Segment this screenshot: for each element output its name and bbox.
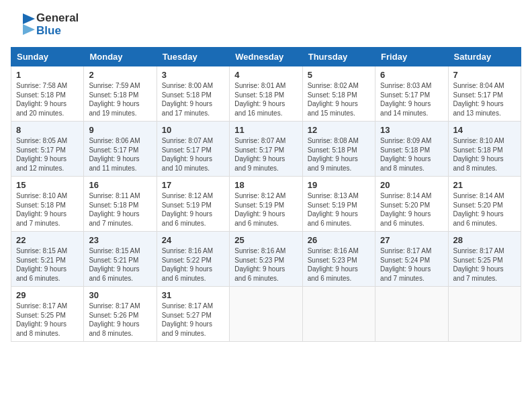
day-number: 5 [308, 70, 370, 80]
day-number: 30 [89, 290, 151, 300]
calendar-day-cell: 12Sunrise: 8:08 AMSunset: 5:18 PMDayligh… [302, 122, 375, 177]
day-info: Sunrise: 8:05 AMSunset: 5:17 PMDaylight:… [16, 136, 79, 173]
calendar-table: SundayMondayTuesdayWednesdayThursdayFrid… [11, 47, 521, 342]
day-number: 3 [162, 70, 224, 80]
calendar-day-cell: 10Sunrise: 8:07 AMSunset: 5:17 PMDayligh… [157, 122, 229, 177]
calendar-day-cell: 25Sunrise: 8:16 AMSunset: 5:23 PMDayligh… [230, 232, 302, 287]
weekday-header-tuesday: Tuesday [157, 48, 229, 66]
calendar-day-cell: 2Sunrise: 7:59 AMSunset: 5:18 PMDaylight… [84, 66, 157, 122]
calendar-day-cell: 28Sunrise: 8:17 AMSunset: 5:25 PMDayligh… [448, 232, 521, 287]
day-info: Sunrise: 8:12 AMSunset: 5:19 PMDaylight:… [162, 191, 224, 228]
calendar-day-cell [230, 287, 302, 342]
calendar-day-cell: 23Sunrise: 8:15 AMSunset: 5:21 PMDayligh… [84, 232, 157, 287]
day-number: 21 [453, 180, 516, 190]
day-info: Sunrise: 8:04 AMSunset: 5:17 PMDaylight:… [453, 81, 516, 118]
logo-general: General [36, 12, 79, 25]
day-info: Sunrise: 8:08 AMSunset: 5:18 PMDaylight:… [308, 136, 370, 173]
day-number: 9 [89, 125, 151, 135]
calendar-day-cell: 20Sunrise: 8:14 AMSunset: 5:20 PMDayligh… [375, 177, 448, 232]
calendar-day-cell: 27Sunrise: 8:17 AMSunset: 5:24 PMDayligh… [375, 232, 448, 287]
day-info: Sunrise: 8:02 AMSunset: 5:18 PMDaylight:… [308, 81, 370, 118]
calendar-week-row: 1Sunrise: 7:58 AMSunset: 5:18 PMDaylight… [11, 66, 521, 122]
calendar-day-cell: 22Sunrise: 8:15 AMSunset: 5:21 PMDayligh… [11, 232, 84, 287]
day-info: Sunrise: 8:06 AMSunset: 5:17 PMDaylight:… [89, 136, 151, 173]
calendar-day-cell: 1Sunrise: 7:58 AMSunset: 5:18 PMDaylight… [11, 66, 84, 122]
header: General Blue [11, 11, 521, 42]
day-number: 28 [453, 235, 516, 245]
calendar-week-row: 8Sunrise: 8:05 AMSunset: 5:17 PMDaylight… [11, 122, 521, 177]
svg-marker-1 [23, 24, 35, 35]
logo-wrap: General Blue [11, 11, 79, 39]
calendar-day-cell: 30Sunrise: 8:17 AMSunset: 5:26 PMDayligh… [84, 287, 157, 342]
weekday-header-monday: Monday [84, 48, 157, 66]
day-number: 19 [308, 180, 370, 190]
day-info: Sunrise: 8:00 AMSunset: 5:18 PMDaylight:… [162, 81, 224, 118]
day-number: 1 [16, 70, 79, 80]
day-number: 24 [162, 235, 224, 245]
calendar-day-cell: 17Sunrise: 8:12 AMSunset: 5:19 PMDayligh… [157, 177, 229, 232]
day-info: Sunrise: 8:16 AMSunset: 5:22 PMDaylight:… [162, 246, 224, 283]
logo-text: General Blue [36, 12, 79, 37]
weekday-header-sunday: Sunday [11, 48, 84, 66]
day-number: 20 [380, 180, 443, 190]
weekday-header-friday: Friday [375, 48, 448, 66]
day-info: Sunrise: 8:15 AMSunset: 5:21 PMDaylight:… [89, 246, 151, 283]
calendar-day-cell: 29Sunrise: 8:17 AMSunset: 5:25 PMDayligh… [11, 287, 84, 342]
calendar-day-cell: 8Sunrise: 8:05 AMSunset: 5:17 PMDaylight… [11, 122, 84, 177]
day-number: 31 [162, 290, 224, 300]
day-number: 25 [234, 235, 297, 245]
day-info: Sunrise: 8:17 AMSunset: 5:26 PMDaylight:… [89, 302, 151, 338]
calendar-day-cell: 9Sunrise: 8:06 AMSunset: 5:17 PMDaylight… [84, 122, 157, 177]
day-number: 13 [380, 125, 443, 135]
day-info: Sunrise: 8:07 AMSunset: 5:17 PMDaylight:… [234, 136, 297, 173]
calendar-day-cell: 16Sunrise: 8:11 AMSunset: 5:18 PMDayligh… [84, 177, 157, 232]
logo-flag-icon [11, 11, 36, 39]
calendar-day-cell: 3Sunrise: 8:00 AMSunset: 5:18 PMDaylight… [157, 66, 229, 122]
calendar-day-cell: 24Sunrise: 8:16 AMSunset: 5:22 PMDayligh… [157, 232, 229, 287]
calendar-day-cell [448, 287, 521, 342]
day-info: Sunrise: 8:12 AMSunset: 5:19 PMDaylight:… [234, 191, 297, 228]
day-info: Sunrise: 8:10 AMSunset: 5:18 PMDaylight:… [16, 191, 79, 228]
calendar-day-cell: 19Sunrise: 8:13 AMSunset: 5:19 PMDayligh… [302, 177, 375, 232]
day-number: 10 [162, 125, 224, 135]
calendar-day-cell: 18Sunrise: 8:12 AMSunset: 5:19 PMDayligh… [230, 177, 302, 232]
day-info: Sunrise: 8:14 AMSunset: 5:20 PMDaylight:… [380, 191, 443, 228]
day-info: Sunrise: 8:16 AMSunset: 5:23 PMDaylight:… [308, 246, 370, 283]
day-info: Sunrise: 8:17 AMSunset: 5:25 PMDaylight:… [453, 246, 516, 283]
day-info: Sunrise: 8:10 AMSunset: 5:18 PMDaylight:… [453, 136, 516, 173]
calendar-week-row: 15Sunrise: 8:10 AMSunset: 5:18 PMDayligh… [11, 177, 521, 232]
calendar-day-cell: 5Sunrise: 8:02 AMSunset: 5:18 PMDaylight… [302, 66, 375, 122]
day-info: Sunrise: 7:59 AMSunset: 5:18 PMDaylight:… [89, 81, 151, 118]
calendar-week-row: 22Sunrise: 8:15 AMSunset: 5:21 PMDayligh… [11, 232, 521, 287]
day-number: 22 [16, 235, 79, 245]
day-info: Sunrise: 8:14 AMSunset: 5:20 PMDaylight:… [453, 191, 516, 228]
day-number: 2 [89, 70, 151, 80]
calendar-day-cell: 7Sunrise: 8:04 AMSunset: 5:17 PMDaylight… [448, 66, 521, 122]
calendar-day-cell: 21Sunrise: 8:14 AMSunset: 5:20 PMDayligh… [448, 177, 521, 232]
calendar-day-cell: 13Sunrise: 8:09 AMSunset: 5:18 PMDayligh… [375, 122, 448, 177]
svg-marker-0 [23, 13, 35, 24]
day-info: Sunrise: 8:13 AMSunset: 5:19 PMDaylight:… [308, 191, 370, 228]
day-number: 17 [162, 180, 224, 190]
day-info: Sunrise: 8:11 AMSunset: 5:18 PMDaylight:… [89, 191, 151, 228]
weekday-header-thursday: Thursday [302, 48, 375, 66]
day-info: Sunrise: 8:17 AMSunset: 5:25 PMDaylight:… [16, 302, 79, 338]
calendar-day-cell: 14Sunrise: 8:10 AMSunset: 5:18 PMDayligh… [448, 122, 521, 177]
day-number: 18 [234, 180, 297, 190]
day-number: 27 [380, 235, 443, 245]
calendar-day-cell: 4Sunrise: 8:01 AMSunset: 5:18 PMDaylight… [230, 66, 302, 122]
weekday-header-wednesday: Wednesday [230, 48, 302, 66]
calendar-day-cell: 6Sunrise: 8:03 AMSunset: 5:17 PMDaylight… [375, 66, 448, 122]
calendar-day-cell: 26Sunrise: 8:16 AMSunset: 5:23 PMDayligh… [302, 232, 375, 287]
day-number: 14 [453, 125, 516, 135]
calendar-day-cell: 11Sunrise: 8:07 AMSunset: 5:17 PMDayligh… [230, 122, 302, 177]
day-info: Sunrise: 8:17 AMSunset: 5:24 PMDaylight:… [380, 246, 443, 283]
day-number: 6 [380, 70, 443, 80]
day-info: Sunrise: 7:58 AMSunset: 5:18 PMDaylight:… [16, 81, 79, 118]
day-info: Sunrise: 8:17 AMSunset: 5:27 PMDaylight:… [162, 302, 224, 338]
day-number: 23 [89, 235, 151, 245]
day-number: 29 [16, 290, 79, 300]
logo-blue: Blue [36, 25, 79, 38]
logo: General Blue [11, 11, 79, 39]
day-number: 7 [453, 70, 516, 80]
